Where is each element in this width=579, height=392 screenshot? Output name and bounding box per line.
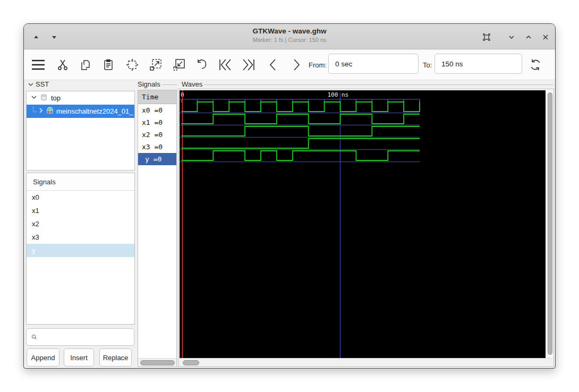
tree-item-label: top (51, 94, 61, 102)
go-to-start-button[interactable] (215, 55, 235, 75)
chevron-up-icon (524, 33, 533, 41)
list-item-y[interactable]: y (27, 244, 134, 257)
chevron-left-icon (267, 58, 279, 72)
waves-panel: 0100 ns (178, 89, 554, 367)
replace-button[interactable]: Replace (99, 348, 132, 367)
signal-value-row-x2[interactable]: x2 =0 (138, 129, 176, 141)
close-icon (541, 33, 550, 41)
restore-icon (482, 32, 491, 42)
zoom-fit-button[interactable] (122, 55, 142, 75)
to-input[interactable] (435, 54, 522, 74)
expander-closed-icon[interactable] (38, 107, 44, 115)
module-icon (46, 106, 54, 116)
go-to-end-button[interactable] (239, 55, 259, 75)
tree-branch-line (33, 107, 37, 112)
scrollbar-thumb[interactable] (183, 360, 199, 365)
expander-open-icon[interactable] (31, 94, 37, 102)
window-title: GTKWave - wave.ghw (24, 27, 555, 35)
zoom-out-button[interactable] (169, 55, 189, 75)
menu-icon (30, 58, 46, 72)
signal-list-panel: Signals x0 x1 x2 x3 y (26, 173, 135, 325)
signals-frame-label: Signals (138, 80, 160, 89)
undo-button[interactable] (192, 55, 212, 75)
skip-start-icon (218, 58, 233, 72)
waves-vertical-scrollbar[interactable] (547, 90, 554, 358)
waves-frame-label: Waves (182, 80, 202, 89)
zoom-in-button[interactable] (146, 55, 166, 75)
chevron-down-icon (28, 81, 34, 88)
signals-horizontal-scrollbar[interactable] (138, 358, 176, 367)
signal-value-row-x1[interactable]: x1 =0 (138, 116, 176, 129)
tree-item-top[interactable]: top (27, 91, 134, 105)
paste-icon (102, 58, 115, 71)
time-column-header: Time (138, 90, 176, 104)
copy-button[interactable] (75, 55, 96, 75)
gtkwave-window: GTKWave - wave.ghw Marker: 1 fs | Cursor… (23, 23, 556, 369)
menu-button[interactable] (28, 55, 48, 75)
signal-value-row-x3[interactable]: x3 =0 (138, 141, 176, 153)
zoom-out-icon (172, 58, 186, 72)
signal-value-row-y[interactable]: y =0 (138, 153, 176, 165)
wave-canvas[interactable]: 0100 ns (180, 90, 546, 358)
minimize-button[interactable] (505, 30, 518, 44)
from-label: From: (309, 61, 327, 69)
zoom-in-icon (149, 58, 163, 72)
zoom-fit-icon (125, 58, 139, 72)
skip-end-icon (241, 58, 256, 72)
signal-value-row-x0[interactable]: x0 =0 (138, 104, 176, 116)
reload-button[interactable] (525, 55, 546, 75)
chevron-down-icon (507, 33, 516, 41)
signal-values-panel: Time x0 =0 x1 =0 x2 =0 x3 =0 y =0 (138, 90, 177, 367)
list-item-x1[interactable]: x1 (27, 204, 134, 217)
signals-frame-line (162, 84, 177, 85)
sst-tree-panel: top meinschaltnetz2024_01_ (26, 91, 135, 171)
scope-cylinder-icon (40, 93, 48, 103)
search-input[interactable] (37, 329, 134, 345)
list-item-x2[interactable]: x2 (27, 217, 134, 231)
undo-icon (195, 58, 209, 72)
svg-text:100 ns: 100 ns (328, 91, 349, 98)
signal-list-header: Signals (27, 173, 134, 191)
list-item-x0[interactable]: x0 (27, 191, 134, 204)
list-item-x3[interactable]: x3 (27, 231, 134, 244)
reload-icon (529, 58, 542, 72)
scrollbar-thumb[interactable] (548, 92, 552, 355)
sst-section-header[interactable]: SST (28, 80, 49, 88)
titlebar[interactable]: GTKWave - wave.ghw Marker: 1 fs | Cursor… (24, 24, 555, 49)
paste-button[interactable] (98, 55, 118, 75)
sst-label: SST (36, 80, 49, 88)
next-edge-button[interactable] (286, 55, 306, 75)
chevron-right-icon (291, 58, 302, 72)
from-input[interactable] (328, 54, 419, 74)
waves-frame-line (205, 84, 553, 85)
append-button[interactable]: Append (27, 348, 59, 367)
tree-item-label: meinschaltnetz2024_01_ (56, 107, 133, 115)
desktop: GTKWave - wave.ghw Marker: 1 fs | Cursor… (0, 0, 579, 392)
signal-search-box[interactable] (26, 328, 134, 346)
copy-icon (79, 58, 92, 71)
marker-cursor-status: Marker: 1 fs | Cursor: 150 ns (24, 37, 555, 43)
tree-item-module[interactable]: meinschaltnetz2024_01_ (27, 105, 134, 118)
cut-icon (56, 58, 69, 71)
search-icon (31, 333, 37, 341)
waveform-traces: 0100 ns (180, 90, 546, 358)
insert-button[interactable]: Insert (64, 348, 94, 367)
titlebar-text: GTKWave - wave.ghw Marker: 1 fs | Cursor… (24, 27, 555, 43)
waves-horizontal-scrollbar[interactable] (178, 358, 554, 367)
prev-edge-button[interactable] (263, 55, 283, 75)
to-label: To: (423, 61, 432, 69)
restore-button[interactable] (480, 30, 493, 44)
cut-button[interactable] (53, 55, 73, 75)
close-button[interactable] (539, 30, 552, 44)
maximize-button[interactable] (522, 30, 535, 44)
scrollbar-thumb[interactable] (140, 360, 175, 365)
toolbar: From: To: (24, 50, 555, 80)
